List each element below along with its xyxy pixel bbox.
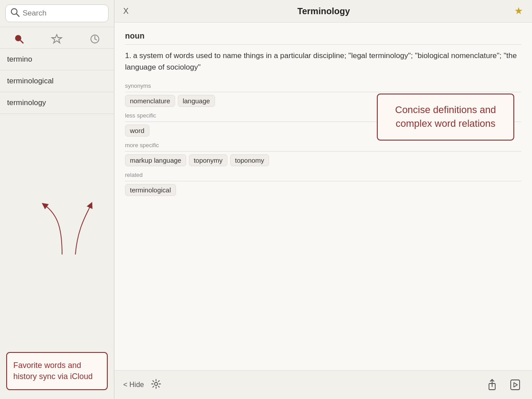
tag-terminological[interactable]: terminological bbox=[125, 184, 176, 196]
more-specific-tags: markup language toponymy toponomy bbox=[125, 154, 521, 166]
word-list: termino terminological terminology bbox=[0, 49, 114, 343]
close-button[interactable]: X bbox=[123, 7, 129, 16]
more-specific-section: more specific markup language toponymy t… bbox=[125, 142, 521, 166]
related-tags: terminological bbox=[125, 184, 521, 196]
part-of-speech: noun bbox=[125, 31, 521, 45]
tab-bar bbox=[0, 27, 114, 49]
list-item[interactable]: termino bbox=[0, 49, 114, 70]
svg-marker-12 bbox=[514, 383, 517, 387]
svg-line-3 bbox=[20, 41, 23, 43]
definition-text: 1.a system of words used to name things … bbox=[125, 50, 521, 74]
svg-line-7 bbox=[95, 39, 97, 40]
more-specific-label: more specific bbox=[125, 142, 521, 149]
hide-button[interactable]: < Hide bbox=[123, 381, 144, 389]
page-title: Terminology bbox=[133, 6, 514, 16]
search-input[interactable]: termino bbox=[23, 9, 117, 18]
search-bar: termino ✕ bbox=[0, 0, 114, 27]
tag-word[interactable]: word bbox=[125, 125, 149, 137]
svg-line-1 bbox=[16, 14, 19, 16]
svg-rect-11 bbox=[511, 380, 520, 390]
synonyms-label: synonyms bbox=[125, 82, 521, 89]
tag-markup-language[interactable]: markup language bbox=[125, 154, 186, 166]
callout-concise-definitions: Concise definitions and complex word rel… bbox=[377, 94, 514, 141]
definition-area: noun 1.a system of words used to name th… bbox=[114, 23, 532, 370]
related-section: related terminological bbox=[125, 172, 521, 196]
tab-search[interactable] bbox=[4, 31, 34, 48]
main-footer: < Hide bbox=[114, 370, 532, 399]
tab-history[interactable] bbox=[80, 31, 110, 48]
search-icon bbox=[10, 8, 20, 19]
tag-toponymy[interactable]: toponymy bbox=[189, 154, 227, 166]
svg-marker-4 bbox=[52, 35, 62, 43]
main-header: X Terminology ★ bbox=[114, 0, 532, 23]
share-button[interactable] bbox=[484, 377, 500, 393]
svg-point-8 bbox=[154, 382, 157, 385]
settings-button[interactable] bbox=[151, 379, 161, 391]
sidebar: termino ✕ bbox=[0, 0, 114, 399]
tag-toponomy[interactable]: toponomy bbox=[230, 154, 269, 166]
favorite-button[interactable]: ★ bbox=[514, 5, 523, 17]
callout-favorites-icloud: Favorite words and history sync via iClo… bbox=[6, 352, 108, 390]
definition-number: 1. bbox=[125, 51, 131, 60]
play-button[interactable] bbox=[507, 377, 523, 393]
main-content: X Terminology ★ noun 1.a system of words… bbox=[114, 0, 532, 399]
tag-language[interactable]: language bbox=[178, 95, 215, 107]
list-item[interactable]: terminology bbox=[0, 92, 114, 114]
list-item[interactable]: terminological bbox=[0, 70, 114, 92]
tab-favorites[interactable] bbox=[42, 31, 71, 48]
related-label: related bbox=[125, 172, 521, 178]
tag-nomenclature[interactable]: nomenclature bbox=[125, 95, 175, 107]
